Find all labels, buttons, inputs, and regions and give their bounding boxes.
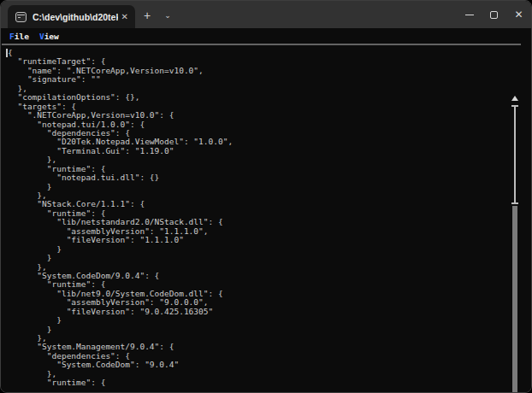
menu-view-rest: iew (44, 32, 59, 41)
editor-line: "System.CodeDom": "9.0.4" (8, 361, 509, 369)
editor-line: "fileVersion": "1.1.1.0" (8, 236, 509, 244)
close-icon: ✕ (121, 12, 128, 21)
close-icon: ✕ (514, 9, 523, 20)
editor-line: "Terminal.Gui": "1.19.0" (8, 147, 509, 155)
editor-line: } (8, 254, 509, 262)
editor-line: } (8, 245, 509, 254)
tab-dropdown-button[interactable]: ⌄ (158, 6, 177, 24)
minimize-icon (465, 15, 474, 15)
editor-line: "signature": "" (8, 75, 509, 84)
terminal-window: C:\dev\github\d20tek\notepa ✕ + ⌄ ✕ File… (0, 0, 532, 393)
new-tab-button[interactable]: + (138, 6, 157, 24)
maximize-icon (490, 11, 498, 19)
menu-bar: File View (1, 28, 531, 44)
editor-line: "runtime": { (8, 378, 509, 387)
editor-lines: { "runtimeTarget": { "name": ".NETCoreAp… (8, 49, 509, 388)
text-editor[interactable]: { "runtimeTarget": { "name": ".NETCoreAp… (1, 45, 531, 392)
menu-file-rest: ile (15, 32, 29, 41)
tab-title: C:\dev\github\d20tek\notepa (33, 12, 118, 22)
scrollbar-thumb[interactable] (511, 105, 518, 204)
editor-line: "fileVersion": "9.0.425.16305" (8, 308, 509, 316)
editor-line: "compilationOptions": {}, (8, 93, 509, 102)
editor-line: ".NETCoreApp,Version=v10.0": { (8, 111, 509, 120)
command-prompt-icon (15, 12, 27, 22)
editor-line: } (8, 183, 509, 191)
scrollbar-track[interactable] (512, 206, 517, 393)
close-button[interactable]: ✕ (506, 1, 531, 28)
editor-line: "notepad.tui.dll": {} (8, 173, 509, 182)
plus-icon: + (144, 9, 151, 22)
window-caption-controls: ✕ (457, 1, 531, 28)
editor-line: } (8, 326, 509, 334)
menu-item-file[interactable]: File (9, 32, 29, 41)
scrollbar-up-arrow-icon[interactable] (511, 96, 518, 101)
terminal-tab[interactable]: C:\dev\github\d20tek\notepa ✕ (8, 5, 135, 28)
title-bar[interactable]: C:\dev\github\d20tek\notepa ✕ + ⌄ ✕ (1, 1, 531, 28)
tab-close-button[interactable]: ✕ (121, 13, 128, 21)
minimize-button[interactable] (457, 1, 482, 28)
chevron-down-icon: ⌄ (164, 11, 171, 20)
text-cursor (6, 49, 8, 57)
maximize-button[interactable] (482, 1, 506, 28)
editor-line: } (8, 316, 509, 325)
menu-item-view[interactable]: View (39, 32, 59, 41)
